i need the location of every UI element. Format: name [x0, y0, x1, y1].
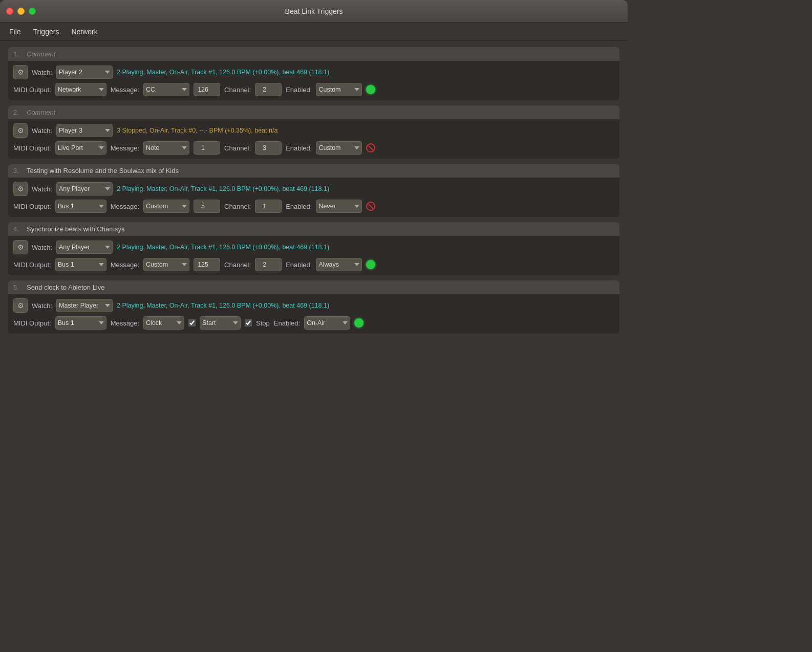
channel-input-3[interactable] — [255, 200, 282, 213]
trigger-midi-row-5: MIDI Output:NetworkLive PortBus 1Bus 2Me… — [13, 316, 614, 330]
watch-select-2[interactable]: Player 1Player 2Player 3Player 4Any Play… — [56, 124, 113, 137]
gear-button-2[interactable]: ⚙ — [13, 123, 28, 138]
channel-input-4[interactable] — [255, 258, 282, 271]
trigger-header-5: 5. — [8, 280, 619, 294]
channel-input-2[interactable] — [255, 141, 282, 155]
trigger-body-3: ⚙Watch:Player 1Player 2Player 3Player 4A… — [8, 178, 619, 217]
channel-label-1: Channel: — [224, 86, 251, 94]
trigger-status-4: 2 Playing, Master, On-Air, Track #1, 126… — [117, 244, 329, 251]
message-num-input-1[interactable] — [194, 83, 220, 96]
trigger-status-2: 3 Stopped, On-Air, Track #0, --.- BPM (+… — [117, 127, 277, 134]
gear-button-4[interactable]: ⚙ — [13, 240, 28, 254]
message-num-input-2[interactable] — [194, 141, 220, 155]
trigger-block-4: 4.⚙Watch:Player 1Player 2Player 3Player … — [8, 222, 619, 275]
gear-button-5[interactable]: ⚙ — [13, 298, 28, 313]
start-select-5[interactable]: StartStopContinue — [200, 316, 241, 330]
minimize-button[interactable] — [17, 8, 25, 15]
trigger-comment-2[interactable] — [27, 108, 614, 116]
trigger-header-2: 2. — [8, 105, 619, 119]
trigger-comment-3[interactable] — [27, 167, 614, 175]
trigger-comment-4[interactable] — [27, 225, 614, 233]
message-label-1: Message: — [111, 86, 139, 94]
menu-network[interactable]: Network — [66, 26, 102, 38]
channel-input-1[interactable] — [255, 83, 282, 96]
status-indicator-1 — [366, 85, 375, 94]
trigger-watch-row-1: ⚙Watch:Player 1Player 2Player 3Player 4A… — [13, 65, 614, 79]
trigger-num-1: 1. — [13, 50, 24, 58]
main-content: 1.⚙Watch:Player 1Player 2Player 3Player … — [0, 41, 628, 340]
trigger-body-1: ⚙Watch:Player 1Player 2Player 3Player 4A… — [8, 61, 619, 100]
trigger-num-2: 2. — [13, 108, 24, 116]
gear-button-1[interactable]: ⚙ — [13, 65, 28, 79]
midi-output-select-1[interactable]: NetworkLive PortBus 1Bus 2 — [55, 83, 106, 96]
enabled-select-4[interactable]: CustomAlwaysNeverOn-Air — [316, 258, 362, 271]
trigger-midi-row-3: MIDI Output:NetworkLive PortBus 1Bus 2Me… — [13, 200, 614, 213]
watch-select-1[interactable]: Player 1Player 2Player 3Player 4Any Play… — [56, 66, 113, 79]
midi-output-select-2[interactable]: NetworkLive PortBus 1Bus 2 — [55, 141, 106, 155]
trigger-body-2: ⚙Watch:Player 1Player 2Player 3Player 4A… — [8, 119, 619, 159]
midi-output-label-2: MIDI Output: — [13, 144, 51, 152]
message-num-input-3[interactable] — [194, 200, 220, 213]
enabled-select-5[interactable]: CustomAlwaysNeverOn-Air — [304, 316, 350, 330]
stop-checkbox-5[interactable] — [245, 319, 252, 327]
midi-output-label-4: MIDI Output: — [13, 261, 51, 269]
midi-output-label-5: MIDI Output: — [13, 319, 51, 327]
message-label-4: Message: — [111, 261, 139, 269]
trigger-status-5: 2 Playing, Master, On-Air, Track #1, 126… — [117, 302, 329, 309]
enabled-label-5: Enabled: — [274, 319, 300, 327]
status-indicator-3 — [366, 202, 375, 211]
watch-select-3[interactable]: Player 1Player 2Player 3Player 4Any Play… — [56, 182, 113, 195]
trigger-block-1: 1.⚙Watch:Player 1Player 2Player 3Player … — [8, 47, 619, 100]
start-checkbox-5[interactable] — [188, 319, 196, 327]
menu-bar: File Triggers Network — [0, 23, 628, 41]
midi-output-select-4[interactable]: NetworkLive PortBus 1Bus 2 — [55, 258, 106, 271]
trigger-header-4: 4. — [8, 222, 619, 236]
trigger-status-1: 2 Playing, Master, On-Air, Track #1, 126… — [117, 69, 329, 76]
message-type-select-3[interactable]: NoteCCCustomClock — [143, 200, 189, 213]
channel-label-3: Channel: — [224, 203, 251, 210]
menu-file[interactable]: File — [4, 26, 26, 38]
enabled-label-3: Enabled: — [286, 203, 312, 210]
message-type-select-2[interactable]: NoteCCCustomClock — [143, 141, 189, 155]
midi-output-select-5[interactable]: NetworkLive PortBus 1Bus 2 — [55, 316, 106, 330]
message-type-select-5[interactable]: ClockNoteCCCustom — [143, 316, 184, 330]
trigger-midi-row-2: MIDI Output:NetworkLive PortBus 1Bus 2Me… — [13, 141, 614, 155]
watch-label-5: Watch: — [32, 302, 52, 310]
enabled-label-2: Enabled: — [286, 144, 312, 152]
midi-output-select-3[interactable]: NetworkLive PortBus 1Bus 2 — [55, 200, 106, 213]
message-type-select-1[interactable]: NoteCCCustomClock — [143, 83, 189, 96]
trigger-watch-row-3: ⚙Watch:Player 1Player 2Player 3Player 4A… — [13, 182, 614, 196]
menu-triggers[interactable]: Triggers — [28, 26, 65, 38]
trigger-comment-1[interactable] — [27, 50, 614, 58]
enabled-label-4: Enabled: — [286, 261, 312, 269]
trigger-header-1: 1. — [8, 47, 619, 61]
enabled-select-1[interactable]: CustomAlwaysNeverOn-Air — [316, 83, 362, 96]
watch-label-2: Watch: — [32, 127, 52, 135]
trigger-body-5: ⚙Watch:Player 1Player 2Player 3Player 4A… — [8, 294, 619, 334]
maximize-button[interactable] — [29, 8, 36, 15]
trigger-midi-row-1: MIDI Output:NetworkLive PortBus 1Bus 2Me… — [13, 83, 614, 96]
message-type-select-4[interactable]: NoteCCCustomClock — [143, 258, 189, 271]
status-indicator-2 — [366, 143, 375, 153]
watch-label-3: Watch: — [32, 185, 52, 193]
trigger-comment-5[interactable] — [27, 284, 614, 291]
trigger-body-4: ⚙Watch:Player 1Player 2Player 3Player 4A… — [8, 236, 619, 275]
gear-button-3[interactable]: ⚙ — [13, 182, 28, 196]
message-label-2: Message: — [111, 144, 139, 152]
message-label-5: Message: — [111, 319, 139, 327]
close-button[interactable] — [6, 8, 13, 15]
watch-label-1: Watch: — [32, 69, 52, 76]
stop-label-5: Stop — [256, 319, 270, 327]
trigger-watch-row-4: ⚙Watch:Player 1Player 2Player 3Player 4A… — [13, 240, 614, 254]
enabled-select-2[interactable]: CustomAlwaysNeverOn-Air — [316, 141, 362, 155]
message-num-input-4[interactable] — [194, 258, 220, 271]
trigger-num-5: 5. — [13, 284, 24, 291]
watch-select-5[interactable]: Player 1Player 2Player 3Player 4Any Play… — [56, 299, 113, 312]
watch-select-4[interactable]: Player 1Player 2Player 3Player 4Any Play… — [56, 241, 113, 254]
traffic-lights — [6, 8, 36, 15]
watch-label-4: Watch: — [32, 244, 52, 251]
enabled-select-3[interactable]: CustomAlwaysNeverOn-Air — [316, 200, 362, 213]
trigger-block-3: 3.⚙Watch:Player 1Player 2Player 3Player … — [8, 164, 619, 217]
trigger-block-2: 2.⚙Watch:Player 1Player 2Player 3Player … — [8, 105, 619, 159]
trigger-block-5: 5.⚙Watch:Player 1Player 2Player 3Player … — [8, 280, 619, 334]
